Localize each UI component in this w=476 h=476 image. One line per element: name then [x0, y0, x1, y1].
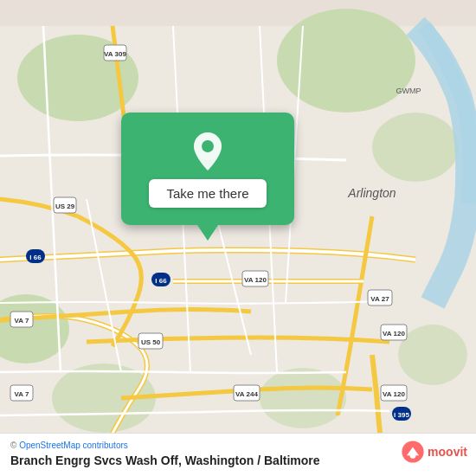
- svg-text:VA 120: VA 120: [383, 390, 405, 398]
- svg-text:VA 7: VA 7: [15, 390, 29, 398]
- svg-text:VA 27: VA 27: [370, 295, 389, 303]
- popup-card: Take me there: [121, 113, 294, 225]
- svg-text:VA 7: VA 7: [15, 317, 29, 325]
- svg-text:VA 309: VA 309: [104, 50, 126, 58]
- svg-point-39: [410, 453, 416, 459]
- map-container: VA 309 US 29 I 66 I 66 VA 120 VA 7 VA 7 …: [0, 0, 476, 476]
- moovit-icon: [401, 440, 425, 464]
- svg-point-7: [260, 368, 346, 428]
- svg-text:I 395: I 395: [394, 411, 409, 419]
- svg-text:US 50: US 50: [141, 338, 161, 346]
- svg-text:Arlington: Arlington: [347, 186, 396, 200]
- take-me-there-button[interactable]: Take me there: [149, 179, 266, 208]
- svg-point-3: [372, 113, 459, 182]
- moovit-text: moovit: [428, 445, 467, 459]
- svg-point-37: [202, 140, 214, 152]
- svg-text:VA 120: VA 120: [383, 330, 405, 338]
- svg-text:I 66: I 66: [29, 254, 42, 261]
- svg-text:I 66: I 66: [155, 277, 167, 285]
- svg-point-5: [398, 325, 467, 385]
- moovit-logo: moovit: [401, 440, 467, 464]
- copyright-line: © OpenStreetMap contributors: [10, 441, 466, 450]
- location-pin-icon: [187, 131, 228, 172]
- svg-text:VA 120: VA 120: [244, 276, 267, 284]
- svg-text:VA 244: VA 244: [235, 390, 258, 398]
- svg-text:GWMP: GWMP: [396, 87, 421, 95]
- map-background: VA 309 US 29 I 66 I 66 VA 120 VA 7 VA 7 …: [0, 0, 476, 476]
- location-title: Branch Engrg Svcs Wash Off, Washington /…: [10, 453, 466, 467]
- copyright-icon: ©: [10, 441, 16, 450]
- svg-text:US 29: US 29: [55, 203, 75, 210]
- osm-link[interactable]: OpenStreetMap contributors: [19, 441, 128, 450]
